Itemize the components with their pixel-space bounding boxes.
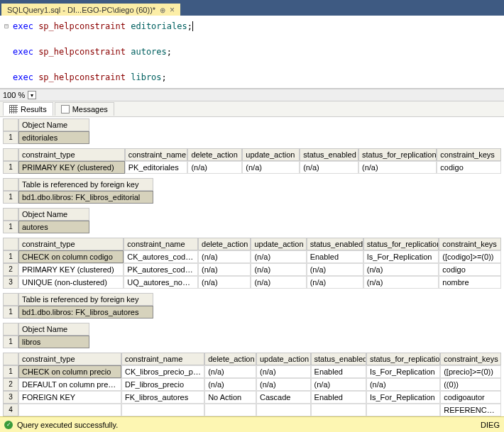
table-cell[interactable]: (n/a) <box>242 161 300 174</box>
table-cell[interactable]: (n/a) <box>251 263 306 276</box>
editor-line[interactable]: exec sp_helpconstraint editoriales; <box>13 20 500 33</box>
column-header[interactable]: delete_action <box>198 238 251 250</box>
table-row[interactable]: 1CHECK on column precioCK_libros_precio_… <box>3 365 501 378</box>
column-header[interactable]: Object Name <box>18 118 89 131</box>
close-icon[interactable]: × <box>170 6 175 13</box>
table-row[interactable]: 4REFERENCE... <box>3 404 501 416</box>
table-cell[interactable]: (n/a) <box>300 161 358 174</box>
results-pane[interactable]: Object Name1editorialesconstraint_typeco… <box>0 117 504 416</box>
table-cell[interactable]: PRIMARY KEY (clustered) <box>18 263 124 276</box>
editor-line[interactable]: exec sp_helpconstraint autores; <box>13 45 500 58</box>
column-header[interactable]: constraint_name <box>124 238 198 250</box>
table-cell[interactable] <box>256 404 311 416</box>
zoom-dropdown-icon[interactable]: ▾ <box>28 91 36 99</box>
table-cell[interactable] <box>121 404 204 416</box>
table-row[interactable]: 2PRIMARY KEY (clustered)PK_autores_codig… <box>3 263 501 276</box>
table-cell[interactable]: FOREIGN KEY <box>18 391 121 404</box>
column-header[interactable]: status_for_replication <box>363 238 439 250</box>
table-cell[interactable]: UQ_autores_nom... <box>124 276 198 289</box>
table-cell[interactable]: CHECK on column precio <box>18 365 121 378</box>
column-header[interactable]: delete_action <box>187 148 242 161</box>
table-cell[interactable]: (n/a) <box>256 365 311 378</box>
table-cell[interactable]: FK_libros_autores <box>121 391 204 404</box>
table-cell[interactable]: PK_autores_codigo <box>124 263 198 276</box>
table-row[interactable]: 3UNIQUE (non-clustered)UQ_autores_nom...… <box>3 276 501 289</box>
table-cell[interactable]: DEFAULT on column precio <box>18 378 121 391</box>
table-cell[interactable]: Is_For_Replication <box>363 250 439 263</box>
collapse-icon[interactable]: ⊟ <box>1 20 11 33</box>
table-cell[interactable]: bd1.dbo.libros: FK_libros_autores <box>18 306 153 319</box>
table-cell[interactable]: (n/a) <box>366 378 440 391</box>
column-header[interactable]: status_enabled <box>307 238 363 250</box>
table-cell[interactable]: REFERENCE... <box>440 404 501 416</box>
table-cell[interactable]: (n/a) <box>358 161 437 174</box>
table-cell[interactable]: bd1.dbo.libros: FK_libros_editorial <box>18 191 153 204</box>
column-header[interactable]: Table is referenced by foreign key <box>18 178 153 191</box>
table-cell[interactable]: (n/a) <box>198 276 251 289</box>
column-header[interactable]: constraint_type <box>18 238 124 250</box>
tab-results[interactable]: Results <box>3 102 53 116</box>
table-cell[interactable]: ([codigo]>=(0)) <box>439 250 501 263</box>
sql-editor[interactable]: ⊟ exec sp_helpconstraint editoriales; ex… <box>0 16 504 89</box>
column-header[interactable]: constraint_keys <box>439 238 501 250</box>
table-cell[interactable]: (n/a) <box>251 250 306 263</box>
table-row[interactable]: 1CHECK on column codigoCK_autores_codigo… <box>3 250 501 263</box>
table-cell[interactable]: UNIQUE (non-clustered) <box>18 276 124 289</box>
column-header[interactable]: status_enabled <box>300 148 358 161</box>
column-header[interactable]: update_action <box>256 353 311 365</box>
table-row[interactable]: 1bd1.dbo.libros: FK_libros_autores <box>3 306 501 319</box>
column-header[interactable]: constraint_name <box>125 148 188 161</box>
table-row[interactable]: 1bd1.dbo.libros: FK_libros_editorial <box>3 191 501 204</box>
column-header[interactable]: status_for_replication <box>358 148 437 161</box>
table-cell[interactable]: (n/a) <box>256 378 311 391</box>
table-cell[interactable]: ([precio]>=(0)) <box>440 365 501 378</box>
column-header[interactable]: constraint_keys <box>440 353 501 365</box>
table-row[interactable]: 1autores <box>3 221 501 233</box>
column-header[interactable]: update_action <box>242 148 300 161</box>
table-cell[interactable]: editoriales <box>18 131 89 144</box>
table-cell[interactable]: DF_libros_precio <box>121 378 204 391</box>
table-cell[interactable]: CK_autores_codigo <box>124 250 198 263</box>
table-row[interactable]: 3FOREIGN KEYFK_libros_autoresNo ActionCa… <box>3 391 501 404</box>
column-header[interactable]: constraint_type <box>18 353 121 365</box>
column-header[interactable]: constraint_name <box>121 353 204 365</box>
table-cell[interactable]: Enabled <box>307 250 363 263</box>
tab-messages[interactable]: Messages <box>55 102 114 116</box>
table-cell[interactable] <box>366 404 440 416</box>
table-row[interactable]: 2DEFAULT on column precioDF_libros_preci… <box>3 378 501 391</box>
table-cell[interactable]: Enabled <box>311 365 366 378</box>
column-header[interactable]: status_enabled <box>311 353 366 365</box>
table-cell[interactable]: (n/a) <box>204 365 256 378</box>
table-cell[interactable]: (n/a) <box>363 276 439 289</box>
table-cell[interactable]: (n/a) <box>307 276 363 289</box>
table-cell[interactable]: Is_For_Replication <box>366 391 440 404</box>
table-cell[interactable]: Is_For_Replication <box>366 365 440 378</box>
table-cell[interactable]: (n/a) <box>307 263 363 276</box>
table-cell[interactable]: Cascade <box>256 391 311 404</box>
document-tab[interactable]: SQLQuery1.sql - DI...EGO-PC\diego (60))*… <box>1 4 180 16</box>
table-cell[interactable]: (n/a) <box>251 276 306 289</box>
table-cell[interactable]: libros <box>18 336 89 348</box>
column-header[interactable]: Object Name <box>18 208 89 221</box>
table-cell[interactable]: (n/a) <box>198 250 251 263</box>
table-row[interactable]: 1libros <box>3 336 501 348</box>
editor-line[interactable] <box>13 33 500 45</box>
table-cell[interactable]: ((0)) <box>440 378 501 391</box>
table-cell[interactable]: (n/a) <box>204 378 256 391</box>
table-cell[interactable]: CHECK on column codigo <box>18 250 124 263</box>
table-cell[interactable] <box>204 404 256 416</box>
table-cell[interactable] <box>311 404 366 416</box>
column-header[interactable]: delete_action <box>204 353 256 365</box>
table-cell[interactable]: (n/a) <box>363 263 439 276</box>
column-header[interactable]: Object Name <box>18 323 89 336</box>
column-header[interactable]: Table is referenced by foreign key <box>18 293 153 306</box>
pin-icon[interactable]: ⊕ <box>160 6 165 14</box>
table-cell[interactable]: CK_libros_precio_positivo <box>121 365 204 378</box>
table-cell[interactable]: codigo <box>437 161 501 174</box>
table-cell[interactable]: Enabled <box>311 391 366 404</box>
column-header[interactable]: constraint_type <box>18 148 125 161</box>
editor-line[interactable]: exec sp_helpconstraint libros; <box>13 71 500 84</box>
column-header[interactable]: status_for_replication <box>366 353 440 365</box>
table-cell[interactable]: codigo <box>439 263 501 276</box>
column-header[interactable]: update_action <box>251 238 306 250</box>
